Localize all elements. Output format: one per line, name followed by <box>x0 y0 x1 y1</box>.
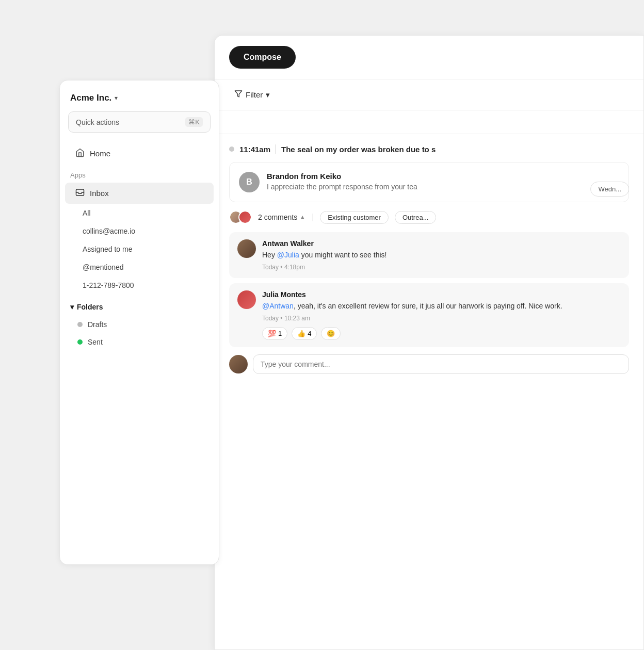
home-icon <box>75 148 85 159</box>
julia-name: Julia Montes <box>262 290 562 299</box>
reaction-smile[interactable]: 😊 <box>321 327 341 340</box>
comments-count[interactable]: 2 comments ▲ <box>258 213 305 221</box>
date-badge: Wedn... <box>590 182 629 197</box>
julia-comment-content: Julia Montes @Antwan, yeah, it's an exce… <box>262 290 562 340</box>
filter-button[interactable]: Filter ▾ <box>229 87 275 103</box>
drafts-dot-icon <box>77 322 83 327</box>
sub-nav-collins[interactable]: collins@acme.io <box>65 222 214 240</box>
message-preview: I appreciate the prompt response from yo… <box>267 183 417 191</box>
main-panel: Compose Filter ▾ Wedn... 11:41am The sea… <box>214 35 644 650</box>
avatar-stack <box>229 210 252 224</box>
julia-avatar <box>237 290 256 309</box>
message-card[interactable]: B Brandon from Keiko I appreciate the pr… <box>229 162 629 202</box>
message-card-content: Brandon from Keiko I appreciate the prom… <box>267 172 417 192</box>
message-time-row: 11:41am The seal on my order was broken … <box>229 144 629 154</box>
company-name: Acme Inc. <box>70 93 111 103</box>
sub-nav-all[interactable]: All <box>65 204 214 222</box>
apps-section-label: Apps <box>60 164 219 182</box>
sender-initial: B <box>246 177 252 187</box>
antwan-text-after: you might want to see this! <box>299 251 387 259</box>
sidebar-header: Acme Inc. ▾ <box>60 93 219 111</box>
antwan-comment-content: Antwan Walker Hey @Julia you might want … <box>262 239 387 271</box>
julia-text-after: , yeah, it's an excellent review for sur… <box>294 302 562 310</box>
outreach-tag[interactable]: Outrea... <box>395 211 437 224</box>
collins-label: collins@acme.io <box>83 227 135 235</box>
chevron-down-folders-icon: ▾ <box>70 303 74 311</box>
sub-nav-assigned[interactable]: Assigned to me <box>65 240 214 258</box>
comment-input[interactable] <box>253 354 629 374</box>
quick-actions-bar[interactable]: Quick actions ⌘K <box>68 111 211 133</box>
nav-inbox-item[interactable]: Inbox <box>65 183 214 204</box>
home-label: Home <box>90 149 110 158</box>
current-user-avatar <box>229 355 248 373</box>
assigned-label: Assigned to me <box>83 245 133 253</box>
compose-button[interactable]: Compose <box>229 46 296 69</box>
folders-label: Folders <box>77 303 103 311</box>
sidebar-panel: Acme Inc. ▾ Quick actions ⌘K Home Apps I… <box>59 80 219 565</box>
filter-label: Filter <box>246 90 263 99</box>
time-divider <box>276 144 276 154</box>
main-top-bar: Compose <box>215 36 643 79</box>
all-label: All <box>83 209 91 217</box>
message-time: 11:41am <box>239 145 270 154</box>
folders-header[interactable]: ▾ Folders <box>60 298 219 316</box>
antwan-mention-julia[interactable]: @Julia <box>277 251 299 259</box>
comment-input-row <box>229 354 629 374</box>
quick-actions-label: Quick actions <box>76 118 119 126</box>
message-subject: The seal on my order was broken due to s <box>281 145 436 154</box>
time-dot-icon <box>229 147 234 152</box>
antwan-comment-text: Hey @Julia you might want to see this! <box>262 250 387 261</box>
julia-mention-antwan[interactable]: @Antwan <box>262 302 294 310</box>
drafts-label: Drafts <box>88 320 107 329</box>
julia-comment-text: @Antwan, yeah, it's an excellent review … <box>262 301 562 312</box>
sub-nav-phone[interactable]: 1-212-789-7800 <box>65 277 214 294</box>
quick-actions-shortcut: ⌘K <box>185 117 203 127</box>
sender-name: Brandon from Keiko <box>267 172 417 181</box>
comment-julia: Julia Montes @Antwan, yeah, it's an exce… <box>229 283 629 347</box>
sub-nav-mentioned[interactable]: @mentioned <box>65 258 214 276</box>
antwan-text-before: Hey <box>262 251 277 259</box>
antwan-comment-time: Today • 4:18pm <box>262 264 387 271</box>
reaction-100[interactable]: 💯 1 <box>262 327 287 340</box>
chevron-down-icon[interactable]: ▾ <box>115 94 118 102</box>
commenter-avatar-2 <box>238 210 252 224</box>
sent-dot-icon <box>77 339 83 345</box>
sent-label: Sent <box>88 338 103 346</box>
julia-comment-time: Today • 10:23 am <box>262 315 562 322</box>
shortcut-key: ⌘K <box>188 118 200 126</box>
existing-customer-tag[interactable]: Existing customer <box>320 211 389 224</box>
inbox-icon <box>75 188 85 199</box>
mentioned-label: @mentioned <box>83 263 124 271</box>
nav-home-item[interactable]: Home <box>65 143 214 164</box>
filter-bar: Filter ▾ <box>215 79 643 110</box>
sender-avatar: B <box>239 172 260 192</box>
comments-count-text: 2 comments <box>258 213 297 221</box>
svg-marker-1 <box>235 91 242 97</box>
reaction-thumbsup[interactable]: 👍 4 <box>292 327 317 340</box>
comments-row: 2 comments ▲ | Existing customer Outrea.… <box>229 210 629 224</box>
folder-sent[interactable]: Sent <box>60 333 219 351</box>
folder-drafts[interactable]: Drafts <box>60 316 219 333</box>
antwan-name: Antwan Walker <box>262 239 387 248</box>
comments-caret-icon: ▲ <box>299 214 305 221</box>
filter-chevron-icon: ▾ <box>266 90 270 100</box>
date-text: Wedn... <box>598 185 621 193</box>
comment-antwan: Antwan Walker Hey @Julia you might want … <box>229 232 629 278</box>
folders-section: ▾ Folders Drafts Sent <box>60 298 219 351</box>
reaction-row: 💯 1 👍 4 😊 <box>262 327 562 340</box>
conversation-area: 11:41am The seal on my order was broken … <box>215 134 643 384</box>
filter-funnel-icon <box>234 90 243 100</box>
antwan-avatar <box>237 239 256 258</box>
phone-label: 1-212-789-7800 <box>83 281 134 289</box>
pipe-divider: | <box>312 213 314 222</box>
inbox-label: Inbox <box>90 189 109 198</box>
